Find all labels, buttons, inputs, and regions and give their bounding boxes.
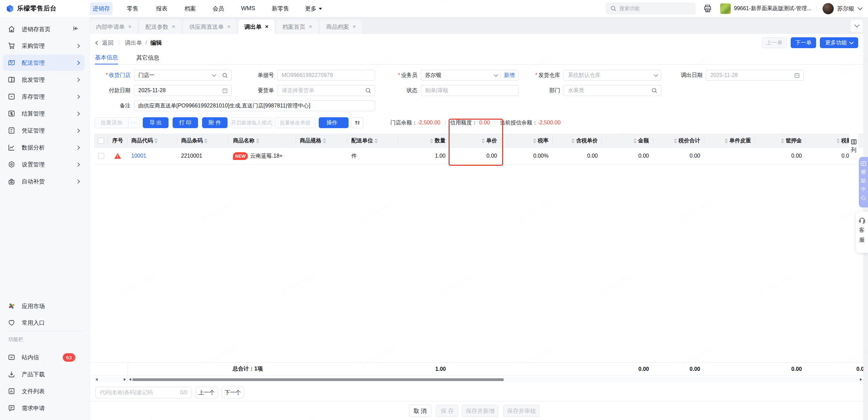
sidebar-item-home[interactable]: 进销存首页	[3, 21, 85, 37]
subtab-basic-info[interactable]: 基本信息	[95, 51, 118, 64]
next-item-button[interactable]: 下一个	[221, 387, 244, 398]
breadcrumb-doc[interactable]: 调出单	[125, 39, 142, 47]
header-barcode[interactable]: 商品条码	[177, 134, 228, 148]
header-spec[interactable]: 商品规格	[296, 134, 348, 148]
prev-item-button[interactable]: 上一个	[195, 387, 218, 398]
attachment-button[interactable]: 附 件	[202, 117, 228, 128]
close-icon[interactable]: ×	[353, 23, 356, 30]
search-icon[interactable]	[222, 73, 228, 78]
sort-icon[interactable]	[323, 138, 326, 143]
nav-item-more[interactable]: 更多	[302, 2, 325, 15]
tab-delivery-params[interactable]: 配送参数×	[139, 20, 181, 34]
salesman-select[interactable]: 苏尔银 新增	[421, 70, 518, 81]
close-icon[interactable]: ×	[128, 23, 132, 30]
header-tax[interactable]: 税额	[806, 134, 856, 148]
sort-icon[interactable]	[533, 138, 536, 143]
header-qty[interactable]: 数量	[398, 134, 450, 148]
header-unit[interactable]: 配送单位	[348, 134, 398, 148]
export-button[interactable]: 导 出	[143, 117, 169, 128]
frozen-scrollbar[interactable]	[94, 377, 127, 382]
print-button[interactable]	[703, 4, 712, 13]
department-input[interactable]: 水果类	[564, 85, 661, 96]
sidebar-item-app-market[interactable]: 应用市场	[3, 298, 85, 314]
header-price[interactable]: 单价	[450, 134, 501, 148]
sort-icon[interactable]	[374, 138, 378, 143]
print-doc-button[interactable]: 打 印	[173, 117, 198, 128]
header-amount[interactable]: 金额	[602, 134, 653, 148]
search-icon[interactable]	[651, 87, 657, 94]
store-name[interactable]: 99661-新界面果蔬版测试-管理...	[734, 5, 811, 12]
sort-icon[interactable]	[781, 138, 784, 143]
prev-doc-button[interactable]: 上一单	[762, 37, 787, 48]
sidebar-item-downloads[interactable]: 产品下载	[3, 366, 85, 382]
header-name[interactable]: 商品名称	[228, 134, 296, 148]
nav-item-retail[interactable]: 零售	[124, 2, 141, 15]
sort-icon[interactable]	[154, 138, 158, 143]
batch-edit-button[interactable]: 批量修改单据	[275, 117, 315, 128]
sidebar-item-settlement[interactable]: 结算管理	[3, 105, 85, 122]
add-salesman-link[interactable]: 新增	[504, 72, 515, 79]
table-row[interactable]: 10001 2210001 NEW云南蓝莓.18+ 件 1.00 0.00 0.…	[94, 148, 863, 164]
sidebar-item-messages[interactable]: 站内信 63	[3, 349, 85, 365]
save-and-new-button[interactable]: 保存并新增	[462, 405, 498, 417]
request-doc-input[interactable]: 请选择要货单	[277, 85, 375, 96]
sidebar-item-stock[interactable]: 库存管理	[3, 88, 85, 105]
next-doc-button[interactable]: 下一单	[791, 37, 816, 48]
sidebar-item-purchase[interactable]: 采购管理	[3, 38, 85, 54]
header-deposit[interactable]: 筐押金	[755, 134, 806, 148]
scroll-arrow-right-icon[interactable]	[860, 378, 862, 381]
sort-icon[interactable]	[430, 138, 433, 143]
horizontal-scrollbar[interactable]	[128, 377, 863, 382]
customer-service-button[interactable]: 客 服	[856, 212, 868, 253]
header-price-tax[interactable]: 含税单价	[553, 134, 602, 148]
tab-overflow-button[interactable]	[851, 20, 863, 32]
sidebar-item-delivery[interactable]: 配送管理	[3, 55, 85, 71]
doc-no-input[interactable]: MO99661992270979	[277, 70, 375, 81]
tab-internal-request[interactable]: 内部申请单×	[90, 20, 138, 34]
help-center-tab[interactable]: 帮 助 中 心	[859, 157, 868, 207]
field-label-receive-store[interactable]: *收货门店	[90, 70, 131, 81]
sidebar-item-analytics[interactable]: 数据分析	[3, 139, 85, 156]
scrollbar-thumb[interactable]	[132, 378, 504, 381]
out-date-input[interactable]: 2025-11-28	[706, 70, 804, 81]
sort-icon[interactable]	[836, 138, 840, 143]
close-icon[interactable]: ×	[227, 23, 231, 30]
sidebar-item-requests[interactable]: 需求申请	[3, 400, 85, 416]
sidebar-item-wholesale[interactable]: 批发管理	[3, 72, 85, 88]
product-code-link[interactable]: 10001	[131, 153, 146, 159]
close-icon[interactable]: ×	[309, 23, 312, 30]
user-menu-chevron-icon[interactable]	[858, 5, 863, 10]
batch-add-more-button[interactable]: ···	[129, 117, 140, 128]
quick-search-input[interactable]: 代码|名称|条码|速记码 0/0	[95, 387, 192, 398]
nav-item-report[interactable]: 报表	[153, 2, 170, 15]
header-tax-rate[interactable]: 税率	[501, 134, 553, 148]
batch-add-button[interactable]: 批量添加	[95, 117, 129, 128]
cancel-button[interactable]: 取 消	[409, 405, 431, 417]
global-search-input[interactable]: 搜索功能	[606, 2, 696, 15]
user-name[interactable]: 苏尔银	[837, 5, 854, 13]
user-avatar[interactable]	[823, 3, 834, 14]
sidebar-item-settings[interactable]: 设置管理	[3, 156, 85, 173]
sidebar-item-favorites[interactable]: 常用入口	[3, 315, 85, 331]
subtab-other-info[interactable]: 其它信息	[136, 51, 159, 64]
sort-icon[interactable]	[725, 138, 728, 143]
search-icon[interactable]	[365, 87, 371, 94]
tab-transfer-out[interactable]: 调出单×	[238, 20, 275, 34]
nav-item-inventory[interactable]: 进销存	[90, 2, 113, 15]
receive-store-select[interactable]: 门店一	[134, 70, 232, 81]
save-button[interactable]: 保 存	[436, 405, 458, 417]
sidebar-item-replenish[interactable]: 自动补货	[3, 173, 85, 189]
nav-item-wms[interactable]: WMS	[238, 3, 258, 14]
save-and-audit-button[interactable]: 保存并审核	[503, 405, 540, 417]
sidebar-item-voucher[interactable]: 凭证管理	[3, 122, 85, 139]
header-code[interactable]: 商品代码	[127, 134, 177, 148]
tab-product-archive[interactable]: 商品档案×	[320, 20, 362, 34]
header-tare[interactable]: 单件皮重	[704, 134, 755, 148]
nav-item-archive[interactable]: 档案	[182, 2, 199, 15]
row-config-button[interactable]	[351, 117, 363, 128]
sort-icon[interactable]	[674, 138, 677, 143]
select-all-checkbox[interactable]	[98, 138, 104, 144]
sort-icon[interactable]	[571, 138, 575, 143]
nav-item-member[interactable]: 会员	[210, 2, 227, 15]
scroll-arrow-left-icon[interactable]	[129, 378, 132, 381]
